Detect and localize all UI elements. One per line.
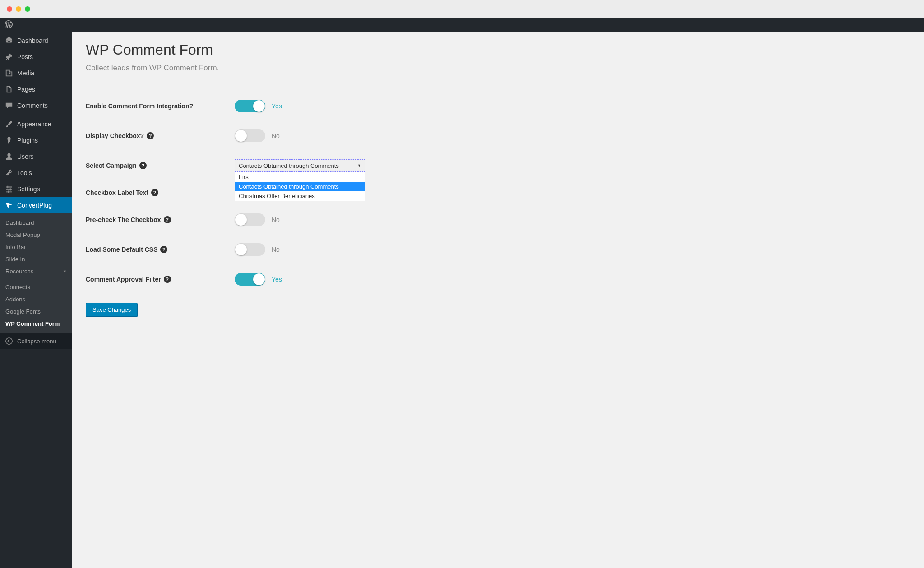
toggle-state-label: No [272, 132, 280, 139]
sidebar-item-label: Tools [17, 169, 32, 176]
sidebar-subitem-label: Google Fonts [5, 308, 41, 315]
form-row: Display Checkbox? ?No [86, 129, 910, 142]
svg-point-0 [6, 338, 12, 344]
help-icon[interactable]: ? [160, 246, 167, 253]
sidebar-subitem-label: Dashboard [5, 219, 34, 226]
comment-icon [5, 101, 14, 110]
close-window-button[interactable] [7, 6, 12, 12]
wordpress-logo-icon[interactable] [5, 20, 13, 30]
sidebar-item-label: Pages [17, 86, 35, 93]
sidebar-item-settings[interactable]: Settings [0, 181, 72, 197]
main-content: WP Comment Form Collect leads from WP Co… [72, 32, 924, 568]
toggle-switch[interactable] [235, 213, 265, 226]
sidebar-subitem-label: Connects [5, 284, 30, 291]
select-option[interactable]: First [235, 172, 365, 182]
sidebar-item-posts[interactable]: Posts [0, 49, 72, 65]
admin-sidebar: DashboardPostsMediaPagesCommentsAppearan… [0, 32, 72, 568]
collapse-menu-label: Collapse menu [17, 338, 56, 345]
help-icon[interactable]: ? [139, 162, 147, 169]
sidebar-item-label: Posts [17, 53, 33, 60]
pin-icon [5, 52, 14, 61]
brush-icon [5, 120, 14, 129]
help-icon[interactable]: ? [164, 276, 171, 283]
sidebar-subitem-label: Info Bar [5, 244, 26, 250]
form-row: Checkbox Label Text ? [86, 189, 910, 196]
toggle-switch[interactable] [235, 100, 265, 112]
form-label: Display Checkbox? ? [86, 132, 235, 139]
sidebar-item-convertplug[interactable]: ConvertPlug [0, 197, 72, 213]
sidebar-item-label: Media [17, 69, 34, 77]
form-label: Comment Approval Filter ? [86, 276, 235, 283]
convertplug-icon [5, 201, 14, 210]
form-control: Yes [235, 273, 282, 286]
select-option[interactable]: Christmas Offer Beneficiaries [235, 191, 365, 201]
toggle-switch[interactable] [235, 129, 265, 142]
sidebar-item-label: Users [17, 153, 34, 160]
sidebar-subitem-slide-in[interactable]: Slide In [0, 253, 72, 265]
sidebar-subitem-label: Addons [5, 296, 25, 303]
select-option[interactable]: Contacts Obtained through Comments [235, 182, 365, 191]
window-titlebar [0, 0, 924, 18]
form-row: Comment Approval Filter ?Yes [86, 273, 910, 286]
form-control: Yes [235, 100, 282, 112]
toggle-switch[interactable] [235, 243, 265, 256]
campaign-dropdown: FirstContacts Obtained through CommentsC… [235, 172, 365, 201]
sidebar-subitem-addons[interactable]: Addons [0, 293, 72, 305]
sidebar-item-media[interactable]: Media [0, 65, 72, 81]
toggle-state-label: Yes [272, 102, 282, 110]
sidebar-item-dashboard[interactable]: Dashboard [0, 32, 72, 49]
form-label: Checkbox Label Text ? [86, 189, 235, 196]
sidebar-item-label: Settings [17, 185, 40, 193]
help-icon[interactable]: ? [147, 132, 154, 139]
wrench-icon [5, 168, 14, 177]
minimize-window-button[interactable] [16, 6, 21, 12]
sidebar-subitem-info-bar[interactable]: Info Bar [0, 241, 72, 253]
sidebar-subitem-modal-popup[interactable]: Modal Popup [0, 229, 72, 241]
form-label: Enable Comment Form Integration? [86, 102, 235, 110]
form-row: Select Campaign ?Contacts Obtained throu… [86, 159, 910, 172]
save-changes-button[interactable]: Save Changes [86, 303, 138, 317]
campaign-select[interactable]: Contacts Obtained through Comments▼ [235, 159, 365, 172]
media-icon [5, 69, 14, 78]
sliders-icon [5, 185, 14, 194]
pages-icon [5, 85, 14, 94]
form-control: No [235, 243, 280, 256]
sidebar-item-comments[interactable]: Comments [0, 97, 72, 114]
collapse-icon [5, 337, 14, 346]
sidebar-item-pages[interactable]: Pages [0, 81, 72, 97]
sidebar-subitem-label: Slide In [5, 256, 25, 263]
toggle-switch[interactable] [235, 273, 265, 286]
dropdown-arrow-icon: ▼ [357, 163, 361, 168]
sidebar-subitem-resources[interactable]: Resources▼ [0, 265, 72, 277]
sidebar-item-label: Comments [17, 102, 48, 109]
sidebar-item-plugins[interactable]: Plugins [0, 132, 72, 148]
sidebar-item-users[interactable]: Users [0, 148, 72, 165]
page-subtitle: Collect leads from WP Comment Form. [86, 64, 910, 73]
help-icon[interactable]: ? [151, 189, 158, 196]
sidebar-subitem-label: WP Comment Form [5, 320, 60, 327]
maximize-window-button[interactable] [25, 6, 30, 12]
admin-bar [0, 18, 924, 32]
collapse-menu-button[interactable]: Collapse menu [0, 333, 72, 349]
sidebar-item-label: Appearance [17, 120, 51, 128]
sidebar-subitem-label: Resources [5, 268, 33, 275]
chevron-down-icon: ▼ [63, 269, 67, 274]
form-label: Pre-check The Checkbox ? [86, 216, 235, 223]
form-control: No [235, 129, 280, 142]
sidebar-item-appearance[interactable]: Appearance [0, 116, 72, 132]
sidebar-subitem-dashboard[interactable]: Dashboard [0, 217, 72, 229]
form-row: Load Some Default CSS ?No [86, 243, 910, 256]
sidebar-item-tools[interactable]: Tools [0, 165, 72, 181]
form-row: Pre-check The Checkbox ?No [86, 213, 910, 226]
toggle-state-label: Yes [272, 276, 282, 283]
help-icon[interactable]: ? [164, 216, 171, 223]
user-icon [5, 152, 14, 161]
form-row: Enable Comment Form Integration?Yes [86, 100, 910, 112]
sidebar-subitem-label: Modal Popup [5, 231, 40, 238]
sidebar-subitem-connects[interactable]: Connects [0, 281, 72, 293]
plug-icon [5, 136, 14, 145]
sidebar-subitem-wp-comment-form[interactable]: WP Comment Form [0, 318, 72, 330]
form-label: Load Some Default CSS ? [86, 246, 235, 253]
sidebar-subitem-google-fonts[interactable]: Google Fonts [0, 305, 72, 318]
page-title: WP Comment Form [86, 42, 910, 58]
